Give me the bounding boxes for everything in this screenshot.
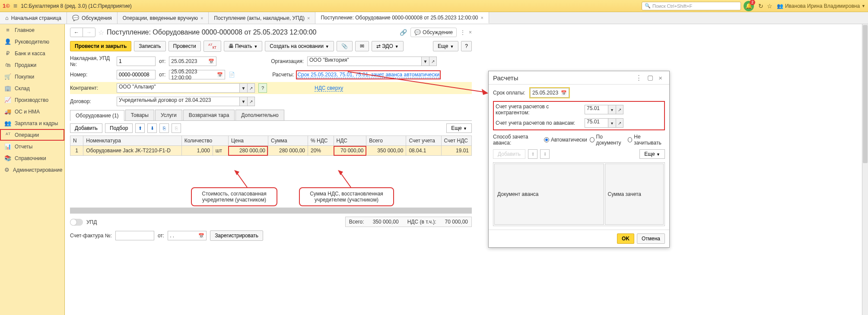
chevron-down-icon[interactable]: ▼ xyxy=(239,83,247,93)
sidebar-item-catalogs[interactable]: 📚Справочники xyxy=(0,152,64,164)
chevron-down-icon[interactable]: ▼ xyxy=(239,97,247,106)
register-button[interactable]: Зарегистрировать xyxy=(210,230,263,241)
cell-unit[interactable]: шт xyxy=(213,146,228,156)
popup-more-button[interactable]: Еще ▼ xyxy=(639,149,665,159)
sidebar-item-main[interactable]: ≡Главное xyxy=(0,24,64,36)
cell-account[interactable]: 08.04.1 xyxy=(406,146,441,156)
sidebar-item-sales[interactable]: 🛍Продажи xyxy=(0,59,64,71)
sidebar-item-purchases[interactable]: 🛒Покупки xyxy=(0,71,64,82)
debit-credit-button[interactable]: ᴬᵀкт xyxy=(203,41,221,52)
col-n[interactable]: N xyxy=(70,136,83,146)
tab-manual-operations[interactable]: Операции, введенные вручную × xyxy=(118,12,209,24)
maximize-icon[interactable]: ▢ xyxy=(647,74,653,82)
sidebar-item-reports[interactable]: 📊Отчеты xyxy=(0,141,64,152)
move-down-button[interactable]: ⬇ xyxy=(540,149,550,159)
contract-select[interactable]: Учредительный договор от 28.04.2023 ▼ ↗ xyxy=(117,97,255,106)
col-vat-account[interactable]: Счет НДС xyxy=(441,136,471,146)
tab-discussions[interactable]: 💬 Обсуждения xyxy=(67,12,118,24)
tab-current-document[interactable]: Поступление: Оборудование 0000-000008 от… xyxy=(315,12,489,24)
sidebar-item-production[interactable]: 📈Производство xyxy=(0,94,64,106)
chevron-down-icon[interactable]: ▾ xyxy=(608,118,616,128)
chevron-down-icon[interactable]: ▼ xyxy=(421,57,429,66)
account2-select[interactable]: 75.01 ▾ ↗ xyxy=(585,118,623,128)
col-price[interactable]: Цена xyxy=(228,136,268,146)
sidebar-item-payroll[interactable]: 👥Зарплата и кадры xyxy=(0,117,64,129)
col-total[interactable]: Всего xyxy=(366,136,406,146)
invoice-factura-date[interactable]: . .📅 xyxy=(168,231,207,240)
organization-select[interactable]: ООО "Виктория" ▼ ↗ xyxy=(307,57,437,66)
calendar-icon[interactable]: 📅 xyxy=(561,90,567,96)
radio-by-doc[interactable]: По документу xyxy=(590,134,625,146)
counterparty-select[interactable]: ООО "Альтаир" ▼ ↗ xyxy=(117,83,255,93)
close-icon[interactable]: × xyxy=(469,29,472,35)
sidebar-item-operations[interactable]: ᴬᵀОперации xyxy=(0,129,64,141)
link-icon[interactable]: 🔗 xyxy=(400,29,407,36)
move-up-button[interactable]: ⬆ xyxy=(528,149,537,159)
sidebar-item-bank[interactable]: ₽Банк и касса xyxy=(0,47,64,59)
invoice-date-input[interactable]: 25.05.2023📅 xyxy=(169,57,216,66)
hint-button[interactable]: ? xyxy=(258,83,267,93)
cell-nomenclature[interactable]: Оборудование Jack JK-T2210-F1-D xyxy=(83,146,181,156)
menu-icon[interactable]: ≡ xyxy=(13,2,17,10)
radio-auto[interactable]: Автоматически xyxy=(544,137,587,143)
open-icon[interactable]: ↗ xyxy=(247,97,255,106)
invoice-factura-input[interactable] xyxy=(115,231,154,240)
table-row[interactable]: 1 Оборудование Jack JK-T2210-F1-D 1,000 … xyxy=(70,146,472,156)
notifications-button[interactable]: 🔔 2 xyxy=(744,1,754,11)
cell-price[interactable]: 280 000,00 xyxy=(228,146,268,156)
upd-toggle[interactable] xyxy=(70,219,83,226)
print-button[interactable]: 🖶 Печать▼ xyxy=(224,41,263,51)
attach-button[interactable]: 📎 xyxy=(337,41,353,51)
itab-services[interactable]: Услуги xyxy=(155,110,182,120)
itab-equipment[interactable]: Оборудование (1) xyxy=(70,110,124,121)
post-button[interactable]: Провести xyxy=(169,41,201,51)
save-button[interactable]: Записать xyxy=(134,41,165,51)
move-up-button[interactable]: ⬆ xyxy=(135,123,145,133)
pick-button[interactable]: Подбор xyxy=(105,123,133,133)
cell-n[interactable]: 1 xyxy=(70,146,83,156)
more-icon[interactable]: ⋮ xyxy=(636,74,642,82)
cancel-button[interactable]: Отмена xyxy=(637,233,665,244)
sidebar-item-manager[interactable]: 👤Руководителю xyxy=(0,36,64,47)
forward-icon[interactable]: → xyxy=(83,28,95,37)
email-button[interactable]: ✉ xyxy=(355,41,369,51)
help-button[interactable]: ? xyxy=(461,41,472,51)
itab-returnable[interactable]: Возвратная тара xyxy=(183,110,235,120)
history-icon[interactable]: ↻ xyxy=(758,3,763,9)
back-icon[interactable]: ← xyxy=(70,28,83,37)
star-icon[interactable]: ☆ xyxy=(98,28,104,37)
chevron-down-icon[interactable]: ▾ xyxy=(608,105,616,114)
discussion-button[interactable]: 💬 Обсуждение xyxy=(410,28,457,37)
create-based-button[interactable]: Создать на основании▼ xyxy=(265,41,334,51)
sidebar-item-assets[interactable]: 🚚ОС и НМА xyxy=(0,106,64,117)
col-offset-sum[interactable]: Сумма зачета xyxy=(605,164,664,225)
edo-button[interactable]: ⇄ ЭДО▼ xyxy=(372,41,404,51)
col-nomenclature[interactable]: Номенклатура xyxy=(83,136,181,146)
popup-add-button[interactable]: Добавить xyxy=(493,149,525,159)
doc-datetime-input[interactable]: 25.05.2023 12:00:00📅 xyxy=(169,70,225,79)
cell-total[interactable]: 350 000,00 xyxy=(366,146,406,156)
close-icon[interactable]: × xyxy=(658,74,662,82)
itab-extra[interactable]: Дополнительно xyxy=(235,110,284,120)
cell-qty[interactable]: 1,000 xyxy=(181,146,213,156)
close-icon[interactable]: × xyxy=(307,16,310,21)
more-button[interactable]: Еще▼ xyxy=(433,41,458,51)
col-vat[interactable]: НДС xyxy=(334,136,366,146)
col-qty[interactable]: Количество xyxy=(181,136,228,146)
close-icon[interactable]: × xyxy=(200,16,203,21)
sidebar-item-warehouse[interactable]: 🏢Склад xyxy=(0,82,64,94)
move-down-button[interactable]: ⬇ xyxy=(147,123,157,133)
cell-vat-pct[interactable]: 20% xyxy=(308,146,334,156)
open-icon[interactable]: ↗ xyxy=(429,57,437,66)
itab-goods[interactable]: Товары xyxy=(125,110,154,120)
col-vat-pct[interactable]: % НДС xyxy=(308,136,334,146)
more-icon[interactable]: ⋮ xyxy=(460,29,465,35)
vertical-scrollbar[interactable] xyxy=(862,24,868,315)
copy-button[interactable]: ⎘ xyxy=(159,123,169,133)
tab-receipts[interactable]: Поступление (акты, накладные, УПД) × xyxy=(209,12,315,24)
payment-term-input[interactable]: 25.05.2023📅 xyxy=(530,88,569,98)
close-icon[interactable]: × xyxy=(481,15,483,20)
horizontal-scrollbar[interactable] xyxy=(70,208,472,214)
cell-vat[interactable]: 70 000,00 xyxy=(334,146,366,156)
open-icon[interactable]: ↗ xyxy=(616,105,623,114)
